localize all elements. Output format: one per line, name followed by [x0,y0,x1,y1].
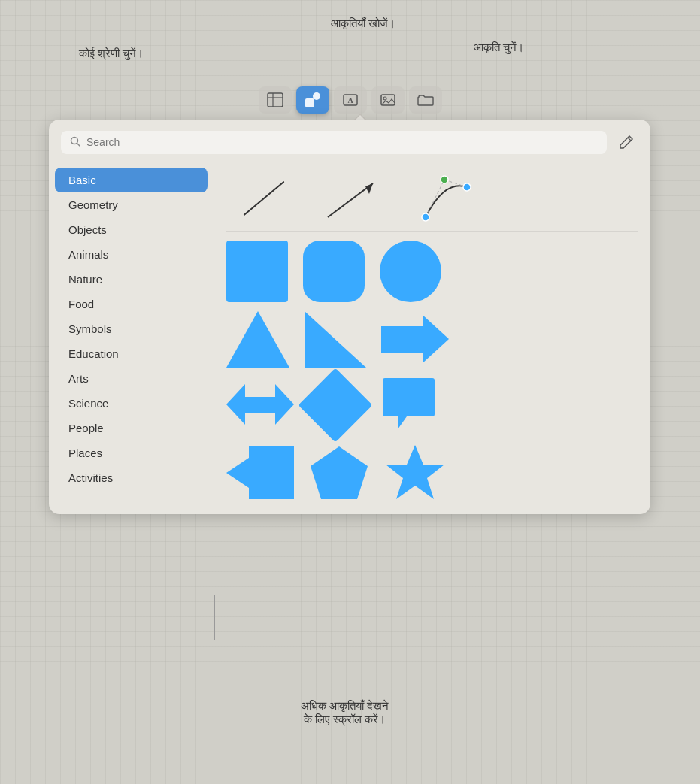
sidebar-item-basic[interactable]: Basic [55,168,208,192]
svg-rect-3 [305,98,314,107]
svg-line-14 [426,180,444,217]
sidebar-item-animals[interactable]: Animals [55,242,208,267]
svg-point-17 [463,183,471,191]
svg-text:A: A [347,96,353,104]
curve-svg [411,172,478,225]
sidebar-item-science[interactable]: Science [55,391,208,416]
toolbar-folder-button[interactable] [409,86,442,114]
svg-marker-22 [311,446,368,499]
sidebar-item-food[interactable]: Food [55,292,208,316]
annotation-scroll: अधिक आकृतियाँ देखने के लिए स्क्रॉल करें। [301,699,389,726]
svg-point-18 [441,176,448,183]
sidebar-item-nature[interactable]: Nature [55,267,208,292]
sidebar-item-arts[interactable]: Arts [55,366,208,391]
shape-curve[interactable] [407,172,482,225]
pen-button[interactable] [614,130,638,154]
svg-marker-21 [226,384,294,425]
line-diagonal [244,181,285,216]
shape-line[interactable] [226,172,302,225]
svg-line-10 [77,143,80,146]
svg-line-11 [628,138,631,141]
annotation-shape: आकृति चुनें। [474,41,524,54]
shapes-row-4 [226,442,638,504]
svg-line-12 [328,183,373,217]
sidebar-item-activities[interactable]: Activities [55,465,208,490]
shape-circle[interactable] [380,241,441,302]
scroll-indicator-line [214,595,215,640]
sidebar: Basic Geometry Objects Animals Nature Fo… [49,162,214,514]
shape-double-arrow[interactable] [226,377,294,433]
sidebar-item-education[interactable]: Education [55,341,208,366]
toolbar-shapes-button[interactable] [296,86,329,114]
svg-point-16 [422,213,429,221]
toolbar-media-button[interactable] [371,86,405,114]
shape-triangle-up[interactable] [226,311,289,368]
svg-marker-23 [386,445,444,499]
search-input[interactable] [86,136,598,148]
toolbar-textbox-button[interactable]: A [334,86,367,114]
sidebar-item-geometry[interactable]: Geometry [55,192,208,217]
sidebar-item-places[interactable]: Places [55,440,208,465]
toolbar: A [259,86,442,114]
search-icon [70,136,80,149]
shape-arrow-right[interactable] [381,311,449,368]
panel-header [49,120,650,162]
arrow-line-svg [324,176,384,221]
panel-body: Basic Geometry Objects Animals Nature Fo… [49,162,650,514]
svg-marker-13 [365,183,373,194]
shapes-area [214,162,650,514]
shape-rounded-square[interactable] [303,241,365,302]
shapes-row-2 [226,311,638,368]
shape-diamond[interactable] [309,379,362,431]
shape-triangle-right[interactable] [305,311,366,368]
sidebar-item-symbols[interactable]: Symbols [55,316,208,341]
annotation-category: कोई श्रेणी चुनें। [79,47,144,60]
sidebar-item-objects[interactable]: Objects [55,217,208,242]
toolbar-text-button[interactable] [259,86,292,114]
svg-marker-20 [381,315,449,363]
search-bar-container [61,131,607,154]
lines-row [226,172,638,232]
shape-arrow-line[interactable] [317,172,392,225]
shape-square[interactable] [226,241,288,302]
svg-point-8 [383,97,386,100]
shapes-row-1 [226,241,638,302]
svg-rect-0 [268,93,283,107]
shape-left-arrow-square[interactable] [226,443,294,503]
shape-pentagon[interactable] [309,445,369,501]
sidebar-item-people[interactable]: People [55,416,208,440]
svg-point-4 [313,92,320,100]
shape-speech-bubble[interactable] [377,377,441,433]
shape-star[interactable] [384,442,446,504]
annotation-search: आकृतियाँ खोजें। [331,17,395,30]
shapes-panel: Basic Geometry Objects Animals Nature Fo… [49,120,650,514]
shapes-row-3 [226,377,638,433]
svg-marker-19 [305,311,366,368]
